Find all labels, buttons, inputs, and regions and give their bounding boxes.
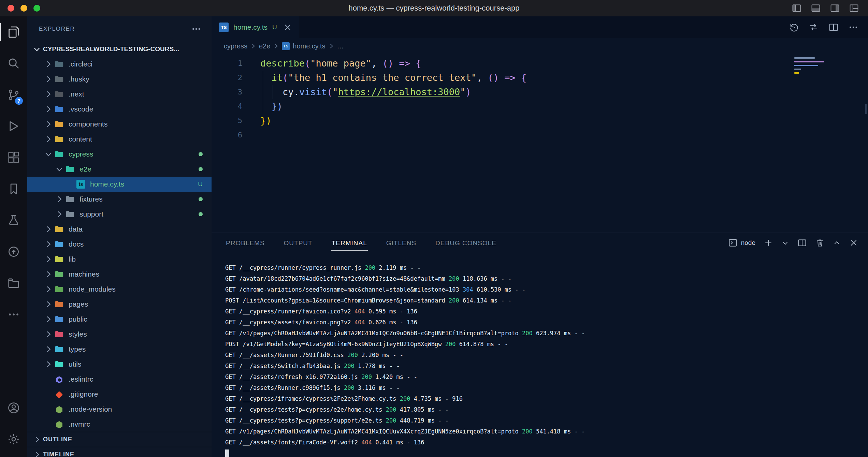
new-terminal-button[interactable]: [764, 238, 773, 248]
tree-item-gitignore[interactable]: .gitignore: [27, 387, 212, 402]
activity-sync[interactable]: [0, 236, 27, 267]
section-timeline[interactable]: TIMELINE: [27, 447, 212, 457]
tree-item-styles[interactable]: styles: [27, 327, 212, 342]
activity-remote-folder[interactable]: [0, 267, 27, 299]
activity-account[interactable]: [0, 392, 27, 424]
activity-search[interactable]: [0, 48, 27, 79]
activity-bookmarks[interactable]: [0, 173, 27, 205]
status-code: 404: [361, 439, 372, 446]
kill-terminal-button[interactable]: [815, 238, 825, 248]
tree-item-husky[interactable]: .husky: [27, 72, 212, 87]
token: }): [272, 101, 283, 112]
status-code: 200: [449, 297, 459, 304]
breadcrumb-home-cy-ts[interactable]: TShome.cy.ts: [282, 42, 325, 50]
request-text: GET /__cypress/tests?p=cypress/support/e…: [225, 417, 386, 424]
more-icon[interactable]: [848, 22, 858, 32]
activity-run-debug[interactable]: [0, 110, 27, 142]
tree-item-utils[interactable]: utils: [27, 357, 212, 372]
panel-tab-debug-console[interactable]: DEBUG CONSOLE: [435, 235, 497, 251]
breadcrumb-e2e[interactable]: e2e: [259, 42, 270, 50]
timing-text: 610.530 ms - -: [473, 286, 526, 293]
activity-explorer[interactable]: [0, 16, 27, 48]
tree-item-docs[interactable]: docs: [27, 237, 212, 252]
chevron-right-icon: [44, 284, 53, 294]
timing-text: 1.778 ms - -: [355, 363, 400, 369]
section-outline[interactable]: OUTLINE: [27, 432, 212, 447]
chevron-right-icon: [44, 74, 53, 84]
tree-item-nvmrc[interactable]: .nvmrc: [27, 417, 212, 432]
tree-item-support[interactable]: support: [27, 207, 212, 222]
breadcrumb-label: e2e: [259, 42, 270, 50]
open-changes-icon[interactable]: [809, 22, 819, 32]
tree-item-node-modules[interactable]: node_modules: [27, 282, 212, 297]
layout-sidebar-icon[interactable]: [792, 3, 802, 13]
breadcrumb-separator-icon: [272, 42, 280, 50]
indent-spacer: [44, 374, 53, 384]
tree-item-e2e[interactable]: e2e: [27, 162, 212, 177]
layout-sidebar-right-icon[interactable]: [830, 3, 840, 13]
tree-item-types[interactable]: types: [27, 342, 212, 357]
chevron-down-icon: [32, 44, 42, 54]
split-icon[interactable]: [828, 22, 839, 32]
tree-item-data[interactable]: data: [27, 222, 212, 237]
maximize-panel-button[interactable]: [833, 239, 841, 247]
tab-close-icon[interactable]: [283, 23, 292, 32]
tree-item-components[interactable]: components: [27, 117, 212, 132]
layout-panel-icon[interactable]: [811, 3, 821, 13]
tree-item-circleci[interactable]: .circleci: [27, 57, 212, 72]
breadcrumb-cypress[interactable]: cypress: [224, 42, 247, 50]
tree-item-vscode[interactable]: .vscode: [27, 102, 212, 117]
tree-item-public[interactable]: public: [27, 312, 212, 327]
activity-source-control[interactable]: 7: [0, 79, 27, 110]
tree-project-root[interactable]: CYPRESS-REALWORLD-TESTING-COURS...: [27, 42, 212, 57]
tree-item-fixtures[interactable]: fixtures: [27, 192, 212, 207]
folder-icon: [66, 165, 75, 173]
token: =>: [399, 58, 410, 69]
launch-profile-button[interactable]: [781, 239, 789, 247]
panel-header: PROBLEMSOUTPUTTERMINALGITLENSDEBUG CONSO…: [212, 233, 868, 253]
tree-item-pages[interactable]: pages: [27, 297, 212, 312]
request-text: GET /__cypress/iframes/cypress%2Fe2e%2Fh…: [225, 395, 400, 402]
breadcrumb-[interactable]: …: [337, 42, 344, 50]
tree-item-next[interactable]: .next: [27, 87, 212, 102]
tree-item-content[interactable]: content: [27, 132, 212, 147]
explorer-more-actions-icon[interactable]: [191, 24, 201, 34]
layout-customize-icon[interactable]: [849, 3, 859, 13]
folder-icon: [55, 120, 64, 128]
source-control-badge: 7: [14, 96, 24, 105]
panel-tab-terminal[interactable]: TERMINAL: [331, 235, 368, 251]
line-number: 2: [212, 71, 242, 85]
close-button[interactable]: [8, 5, 14, 12]
tree-item-machines[interactable]: machines: [27, 267, 212, 282]
panel-tab-output[interactable]: OUTPUT: [283, 235, 313, 251]
terminal-line: GET /v1/pages/ChRDaHJvbWUvMTAzLjAuNTA2MC…: [225, 426, 868, 437]
tree-item-home-cy-ts[interactable]: tshome.cy.tsU: [27, 177, 212, 192]
activity-settings[interactable]: [0, 424, 27, 455]
request-text: POST /ListAccounts?gpsia=1&source=Chromi…: [225, 297, 449, 304]
zoom-button[interactable]: [33, 5, 40, 12]
close-panel-button[interactable]: [849, 238, 858, 248]
history-icon[interactable]: [789, 22, 799, 32]
code-editor[interactable]: 1describe("home page", () => {2 it("the …: [212, 54, 868, 233]
tab-home-cy-ts[interactable]: TS home.cy.ts U: [212, 16, 300, 38]
tree-item-lib[interactable]: lib: [27, 252, 212, 267]
terminal-shell-selector[interactable]: node: [728, 238, 755, 248]
minimize-button[interactable]: [20, 5, 27, 12]
token: ": [332, 87, 338, 97]
item-label: support: [79, 210, 103, 218]
tab-label: home.cy.ts: [233, 23, 267, 31]
activity-extensions[interactable]: [0, 142, 27, 173]
item-label: components: [69, 120, 107, 128]
panel-tab-problems[interactable]: PROBLEMS: [225, 235, 265, 251]
split-terminal-button[interactable]: [797, 238, 807, 248]
terminal-output[interactable]: GET /__cypress/runner/cypress_runner.js …: [212, 253, 868, 457]
activity-testing[interactable]: [0, 205, 27, 236]
panel-tab-gitlens[interactable]: GITLENS: [386, 235, 417, 251]
panel-tabs: PROBLEMSOUTPUTTERMINALGITLENSDEBUG CONSO…: [225, 235, 497, 251]
tree-item-cypress[interactable]: cypress: [27, 147, 212, 162]
tree-item-eslintrc[interactable]: .eslintrc: [27, 372, 212, 387]
indent-spacer: [66, 179, 75, 189]
token: }): [260, 115, 272, 126]
activity-more[interactable]: [0, 299, 27, 330]
tree-item-node-version[interactable]: .node-version: [27, 402, 212, 417]
